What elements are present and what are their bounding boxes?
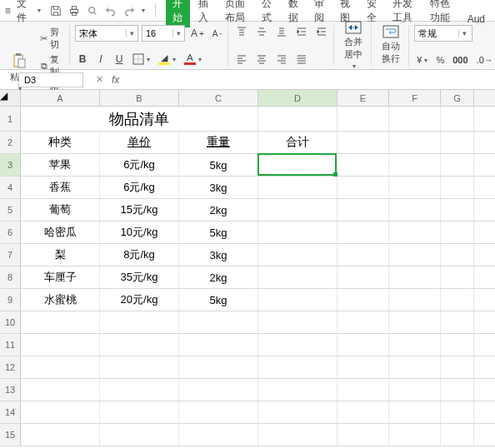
cell-A1[interactable]: 物品清单 bbox=[21, 107, 258, 131]
cell-D6[interactable] bbox=[258, 222, 338, 243]
cell-A14[interactable] bbox=[21, 401, 100, 423]
cell-E9[interactable] bbox=[338, 289, 389, 311]
cell-F14[interactable] bbox=[389, 401, 441, 423]
cell-F11[interactable] bbox=[389, 334, 441, 356]
cell-D7[interactable] bbox=[258, 244, 338, 266]
cell-B14[interactable] bbox=[100, 401, 179, 423]
cell-C11[interactable] bbox=[179, 334, 258, 356]
align-right-button[interactable] bbox=[273, 52, 290, 66]
tab-0[interactable]: 开始 bbox=[166, 0, 190, 27]
cell-A10[interactable] bbox=[21, 311, 100, 333]
row-header-4[interactable]: 4 bbox=[0, 177, 21, 198]
tab-4[interactable]: 数据 bbox=[282, 0, 306, 27]
cell-G6[interactable] bbox=[441, 222, 474, 243]
cell-F13[interactable] bbox=[389, 379, 441, 401]
cell-C14[interactable] bbox=[179, 401, 258, 423]
cell-E6[interactable] bbox=[338, 222, 389, 243]
cell-C15[interactable] bbox=[179, 424, 258, 446]
cell-F6[interactable] bbox=[389, 222, 441, 243]
tab-1[interactable]: 插入 bbox=[192, 0, 216, 27]
cell-E5[interactable] bbox=[338, 199, 389, 221]
cell-D4[interactable] bbox=[258, 177, 338, 198]
increase-font-button[interactable]: A+ bbox=[188, 27, 207, 40]
number-format-combo[interactable]: ▾ bbox=[414, 25, 472, 42]
cell-D1[interactable] bbox=[258, 107, 338, 131]
cell-G3[interactable] bbox=[441, 154, 474, 176]
tab-3[interactable]: 公式 bbox=[255, 0, 279, 27]
cell-B11[interactable] bbox=[100, 334, 179, 356]
row-header-13[interactable]: 13 bbox=[0, 379, 21, 401]
cell-G2[interactable] bbox=[441, 132, 474, 153]
cell-G15[interactable] bbox=[441, 424, 474, 446]
font-size-combo[interactable]: ▾ bbox=[142, 25, 185, 42]
align-top-button[interactable] bbox=[233, 25, 250, 38]
font-name-dropdown-icon[interactable]: ▾ bbox=[126, 29, 138, 37]
cell-E12[interactable] bbox=[338, 356, 389, 378]
col-header-C[interactable]: C bbox=[179, 90, 258, 106]
cell-A13[interactable] bbox=[21, 379, 100, 401]
fx-icon[interactable]: fx bbox=[112, 74, 119, 86]
save-icon[interactable] bbox=[49, 4, 62, 17]
row-header-5[interactable]: 5 bbox=[0, 199, 21, 221]
undo-icon[interactable] bbox=[104, 4, 118, 17]
justify-button[interactable] bbox=[293, 52, 310, 66]
col-header-B[interactable]: B bbox=[100, 90, 179, 106]
font-color-button[interactable]: A▾ bbox=[182, 52, 204, 66]
merge-center-button[interactable]: 合并居中▾ bbox=[339, 25, 368, 65]
cell-C8[interactable]: 2kg bbox=[179, 266, 258, 288]
cell-E13[interactable] bbox=[338, 379, 389, 401]
row-header-9[interactable]: 9 bbox=[0, 289, 21, 311]
row-header-2[interactable]: 2 bbox=[0, 132, 21, 153]
cell-D13[interactable] bbox=[258, 379, 338, 401]
cell-B10[interactable] bbox=[100, 311, 179, 333]
tab-8[interactable]: 开发工具 bbox=[386, 0, 422, 27]
cell-A6[interactable]: 哈密瓜 bbox=[21, 222, 100, 243]
cell-B2[interactable]: 单价 bbox=[100, 132, 179, 153]
cell-F9[interactable] bbox=[389, 289, 441, 311]
cell-B5[interactable]: 15元/kg bbox=[100, 199, 179, 221]
name-box[interactable]: D3 bbox=[18, 72, 83, 87]
cell-G4[interactable] bbox=[441, 177, 474, 198]
align-bottom-button[interactable] bbox=[273, 25, 290, 38]
cell-B15[interactable] bbox=[100, 424, 179, 446]
increase-decimal-button[interactable]: .0→ bbox=[474, 54, 495, 66]
tab-9[interactable]: 特色功能 bbox=[423, 0, 459, 27]
cell-G13[interactable] bbox=[441, 379, 474, 401]
print-icon[interactable] bbox=[68, 4, 81, 17]
cell-E1[interactable] bbox=[338, 107, 389, 131]
cell-A2[interactable]: 种类 bbox=[21, 132, 100, 153]
cell-E7[interactable] bbox=[338, 244, 389, 266]
col-header-F[interactable]: F bbox=[389, 90, 441, 106]
print-preview-icon[interactable] bbox=[86, 4, 99, 17]
align-center-button[interactable] bbox=[253, 52, 270, 66]
row-header-12[interactable]: 12 bbox=[0, 356, 21, 378]
row-header-8[interactable]: 8 bbox=[0, 266, 21, 288]
cell-D15[interactable] bbox=[258, 424, 338, 446]
cell-E2[interactable] bbox=[338, 132, 389, 153]
cell-F1[interactable] bbox=[389, 107, 441, 131]
fill-color-button[interactable]: ◢▾ bbox=[156, 52, 178, 66]
cell-F7[interactable] bbox=[389, 244, 441, 266]
cell-G14[interactable] bbox=[441, 401, 474, 423]
cell-E3[interactable] bbox=[338, 154, 389, 176]
cell-B4[interactable]: 6元/kg bbox=[100, 177, 179, 198]
hamburger-icon[interactable]: ≡ bbox=[3, 5, 12, 17]
cell-F15[interactable] bbox=[389, 424, 441, 446]
cell-E8[interactable] bbox=[338, 266, 389, 288]
cell-B12[interactable] bbox=[100, 356, 179, 378]
italic-button[interactable]: I bbox=[93, 53, 108, 65]
cell-B8[interactable]: 35元/kg bbox=[100, 266, 179, 288]
cell-A15[interactable] bbox=[21, 424, 100, 446]
cell-D3[interactable] bbox=[258, 154, 338, 176]
align-middle-button[interactable] bbox=[253, 25, 270, 38]
cell-A7[interactable]: 梨 bbox=[21, 244, 100, 266]
cell-E14[interactable] bbox=[338, 401, 389, 423]
cell-D9[interactable] bbox=[258, 289, 338, 311]
currency-button[interactable]: ¥▾ bbox=[414, 54, 430, 66]
redo-icon[interactable] bbox=[122, 4, 136, 17]
col-header-D[interactable]: D bbox=[258, 90, 338, 106]
cell-C7[interactable]: 3kg bbox=[179, 244, 258, 266]
row-header-11[interactable]: 11 bbox=[0, 334, 21, 356]
cell-C9[interactable]: 5kg bbox=[179, 289, 258, 311]
decrease-indent-button[interactable] bbox=[293, 25, 310, 38]
